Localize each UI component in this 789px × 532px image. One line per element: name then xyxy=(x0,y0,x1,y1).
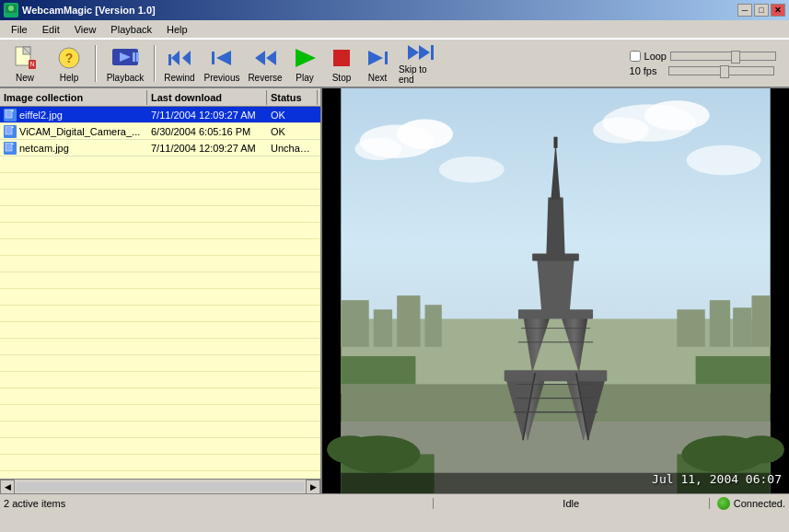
play-button[interactable]: Play xyxy=(287,41,322,86)
loop-checkbox[interactable] xyxy=(630,51,641,62)
svg-marker-23 xyxy=(408,45,419,60)
menu-help[interactable]: Help xyxy=(159,22,195,37)
status-connection: Connected. xyxy=(710,497,785,510)
svg-rect-44 xyxy=(341,300,368,347)
svg-point-37 xyxy=(354,138,401,160)
svg-rect-10 xyxy=(133,52,135,62)
svg-rect-60 xyxy=(505,370,608,381)
playback-icon xyxy=(110,44,140,72)
hscroll-right-button[interactable]: ▶ xyxy=(306,480,320,494)
svg-rect-46 xyxy=(397,295,420,347)
svg-marker-66 xyxy=(546,198,564,256)
svg-rect-26 xyxy=(6,110,12,118)
rewind-button[interactable]: Rewind xyxy=(160,41,199,86)
reverse-button[interactable]: Reverse xyxy=(245,41,285,86)
previous-label: Previous xyxy=(204,73,240,83)
cell-date-1: 6/30/2004 6:05:16 PM xyxy=(147,125,267,138)
close-button[interactable]: ✕ xyxy=(771,4,785,17)
loop-row: Loop xyxy=(630,51,776,62)
col-header-name: Image collection xyxy=(0,90,147,105)
minimize-button[interactable]: ─ xyxy=(737,4,752,17)
svg-rect-54 xyxy=(696,356,771,384)
new-button[interactable]: N New xyxy=(4,41,46,86)
previous-button[interactable]: Previous xyxy=(201,41,243,86)
previous-icon xyxy=(207,44,237,72)
svg-marker-13 xyxy=(171,51,180,65)
next-button[interactable]: Next xyxy=(361,41,394,86)
status-state: Idle xyxy=(434,498,710,509)
svg-rect-45 xyxy=(374,309,392,347)
cell-name-2: netcam.jpg xyxy=(0,141,147,156)
maximize-button[interactable]: □ xyxy=(754,4,769,17)
reverse-label: Reverse xyxy=(248,73,282,83)
title-bar: WebcamMagic [Version 1.0] ─ □ ✕ xyxy=(0,0,789,20)
svg-marker-21 xyxy=(368,51,383,65)
toolbar-separator-2 xyxy=(154,45,156,82)
table-row[interactable]: ViCAM_Digital_Camera_... 6/30/2004 6:05:… xyxy=(0,123,320,140)
skip-to-end-label: Skip to end xyxy=(399,64,443,85)
cell-status-2: Unchan... xyxy=(267,142,318,155)
hscroll-left-button[interactable]: ◀ xyxy=(0,480,15,494)
menu-view[interactable]: View xyxy=(67,22,104,37)
svg-rect-11 xyxy=(136,52,139,62)
new-label: New xyxy=(16,73,34,83)
skip-to-end-icon xyxy=(406,41,435,64)
skip-to-end-button[interactable]: Skip to end xyxy=(396,41,446,86)
connection-icon xyxy=(717,497,730,510)
col-header-date: Last download xyxy=(147,90,267,105)
playback-button[interactable]: Playback xyxy=(101,41,149,86)
svg-point-41 xyxy=(439,156,505,182)
stop-icon xyxy=(327,44,356,72)
svg-marker-29 xyxy=(12,126,14,128)
cell-date-2: 7/11/2004 12:09:27 AM xyxy=(147,142,267,155)
svg-point-42 xyxy=(686,145,760,175)
svg-marker-14 xyxy=(182,51,191,65)
file-icon-2 xyxy=(4,142,17,155)
table-row[interactable]: eiffel2.jpg 7/11/2004 12:09:27 AM OK xyxy=(0,107,320,123)
svg-text:?: ? xyxy=(65,51,74,65)
fps-slider-thumb[interactable] xyxy=(720,65,729,78)
svg-point-40 xyxy=(593,117,649,143)
empty-rows-area xyxy=(0,156,320,479)
svg-rect-30 xyxy=(6,143,12,151)
table-row[interactable]: netcam.jpg 7/11/2004 12:09:27 AM Unchan.… xyxy=(0,140,320,156)
menu-bar: File Edit View Playback Help xyxy=(0,20,789,39)
svg-rect-51 xyxy=(751,295,770,347)
svg-marker-16 xyxy=(216,51,231,65)
timestamp-overlay: Jul 11, 2004 06:07 xyxy=(652,472,782,486)
loop-slider-thumb[interactable] xyxy=(731,51,740,64)
fps-slider-track xyxy=(668,66,774,75)
cell-status-1: OK xyxy=(267,125,318,138)
menu-playback[interactable]: Playback xyxy=(103,22,159,37)
menu-file[interactable]: File xyxy=(4,22,35,37)
svg-rect-28 xyxy=(6,126,12,134)
stop-label: Stop xyxy=(332,73,352,83)
svg-marker-64 xyxy=(537,259,574,313)
table-body: eiffel2.jpg 7/11/2004 12:09:27 AM OK ViC… xyxy=(0,107,320,479)
main-content: Image collection Last download Status ei… xyxy=(0,88,789,493)
svg-marker-24 xyxy=(419,45,430,60)
loop-slider-track xyxy=(670,52,776,61)
svg-rect-25 xyxy=(431,45,434,60)
svg-rect-12 xyxy=(168,54,171,65)
play-label: Play xyxy=(296,73,313,83)
hscroll-track[interactable] xyxy=(17,482,304,492)
svg-marker-31 xyxy=(12,143,14,145)
reverse-icon xyxy=(250,44,280,72)
table-header: Image collection Last download Status xyxy=(0,88,320,107)
stop-button[interactable]: Stop xyxy=(324,41,359,86)
svg-point-82 xyxy=(327,435,374,463)
svg-point-1 xyxy=(8,6,14,11)
menu-edit[interactable]: Edit xyxy=(35,22,67,37)
svg-marker-17 xyxy=(255,51,265,65)
loop-label[interactable]: Loop xyxy=(644,51,667,62)
svg-point-83 xyxy=(737,435,784,463)
toolbar: N New ? Help Playback xyxy=(0,39,789,88)
help-button[interactable]: ? Help xyxy=(48,41,90,86)
right-panel: Jul 11, 2004 06:07 xyxy=(322,88,789,493)
image-display: Jul 11, 2004 06:07 xyxy=(322,88,789,493)
help-label: Help xyxy=(60,73,79,83)
svg-rect-68 xyxy=(553,137,557,148)
play-icon xyxy=(290,44,319,72)
svg-point-36 xyxy=(397,119,453,148)
